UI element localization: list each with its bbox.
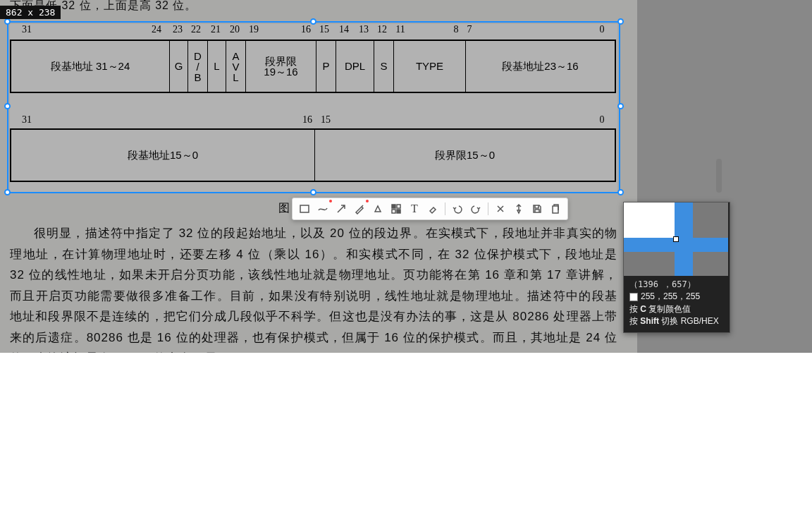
bit-row-bot: 31 16 15 0 [10,114,617,127]
magnifier-view [624,202,728,276]
h1k: C [640,304,646,314]
redo-button[interactable] [468,201,484,217]
bit-b31: 31 [22,114,32,126]
bit-7: 7 [467,24,472,35]
cell-base23-16: 段基地址23～16 [465,41,615,92]
bit-21: 21 [211,24,221,35]
hint-copy: 按 C 复制颜色值 [629,303,724,315]
body-paragraph: 很明显，描述符中指定了 32 位的段起始地址，以及 20 位的段边界。在实模式下… [10,223,617,353]
tool-mosaic[interactable] [388,201,404,217]
bit-24: 24 [152,24,161,35]
cell-dpl: DPL [336,41,374,92]
handle-ne[interactable] [617,18,624,25]
cell-avl-a: A [232,51,239,61]
handle-e[interactable] [617,103,624,109]
bit-23: 23 [173,24,183,35]
handle-se[interactable] [617,189,624,195]
descriptor-high-word: 段基地址 31～24 G D / B L A V L 段界限 [10,40,616,93]
handle-n[interactable] [310,18,316,25]
handle-nw[interactable] [4,18,11,25]
tool-text[interactable]: T [407,201,422,217]
cell-base15-0: 段基地址15～0 [11,130,314,181]
h2k: Shift [640,316,659,326]
screenshot-toolbar: T [292,198,568,220]
tool-eraser[interactable] [425,201,441,217]
cell-db-d: D [194,51,202,61]
cell-s: S [374,41,393,92]
handle-s[interactable] [310,189,316,195]
h2p: 按 [629,316,640,326]
selection-size-badge: 862 x 238 [0,6,61,19]
color-magnifier: （1396 ，657） 255，255，255 按 C 复制颜色值 按 Shif… [623,202,730,333]
svg-rect-5 [553,206,558,213]
cursor-coords: （1396 ，657） [629,279,724,291]
cell-type: TYPE [393,41,465,92]
bit-0: 0 [600,24,605,35]
toolbar-sep-1 [445,202,445,215]
svg-rect-1 [392,205,395,208]
magnifier-info: （1396 ，657） 255，255，255 按 C 复制颜色值 按 Shif… [624,276,730,332]
cell-p: P [316,41,336,92]
tool-pen[interactable] [352,201,367,217]
h1p: 按 [629,304,640,314]
cell-base31-24: 段基地址 31～24 [11,41,169,92]
toolbar-sep-2 [488,202,488,215]
bit-31: 31 [22,24,32,35]
svg-rect-4 [397,210,400,213]
bit-14: 14 [339,24,349,35]
bit-row-top: 31 24 23 22 21 20 19 16 15 14 13 12 11 8… [10,24,617,37]
bit-12: 12 [377,24,387,35]
undo-button[interactable] [450,201,465,217]
cell-db: D / B [187,41,207,92]
copy-button[interactable] [548,201,563,217]
tool-arrow[interactable] [333,201,349,217]
cell-lim-top: 段界限 [265,56,297,66]
pin-button[interactable] [511,201,527,217]
cell-avl: A V L [226,41,245,92]
descriptor-diagram: 31 24 23 22 21 20 19 16 15 14 13 12 11 8… [10,24,617,192]
cell-limit19-16: 段界限 19～16 [245,41,316,92]
white-bottom [0,353,812,508]
bit-16: 16 [301,24,311,35]
handle-w[interactable] [4,103,11,109]
bit-22: 22 [191,24,201,35]
bit-b0: 0 [600,114,605,126]
bit-11: 11 [395,24,405,35]
bit-8: 8 [454,24,459,35]
cell-db-slash: / [196,61,199,72]
rgb-value: 255，255，255 [641,291,700,301]
cell-db-b: B [194,72,201,83]
h2s: 切换 RGB/HEX [659,316,719,326]
color-swatch [629,293,638,301]
svg-rect-3 [392,210,395,213]
bit-b15: 15 [321,114,331,126]
tool-rectangle[interactable] [297,201,312,217]
save-button[interactable] [529,201,545,217]
bit-19: 19 [249,24,259,35]
bit-15: 15 [319,24,329,35]
paragraph-text: 很明显，描述符中指定了 32 位的段起始地址，以及 20 位的段边界。在实模式下… [10,223,617,353]
close-button[interactable] [493,201,508,217]
pixel-cursor [673,236,679,242]
scrollbar-thumb[interactable] [716,159,722,193]
h1s: 复制颜色值 [646,304,691,314]
tool-marker[interactable] [370,201,386,217]
svg-rect-2 [397,205,400,208]
cell-limit15-0: 段界限15～0 [314,130,615,181]
cell-g: G [169,41,187,92]
cell-avl-l: L [233,72,238,83]
document-page: 下面是低 32 位，上面是高 32 位。 31 24 23 22 21 20 1… [0,0,637,353]
descriptor-low-word: 段基地址15～0 段界限15～0 [10,128,616,182]
svg-rect-0 [300,205,309,212]
hint-toggle: 按 Shift 切换 RGB/HEX [629,315,724,327]
cell-lim-bot: 19～16 [264,66,297,77]
cell-l: L [207,41,226,92]
rgb-row: 255，255，255 [629,291,724,303]
tool-freehand[interactable] [315,201,331,217]
cell-avl-v: V [232,61,239,72]
bit-13: 13 [359,24,369,35]
bit-b16: 16 [302,114,312,126]
bit-20: 20 [230,24,240,35]
handle-sw[interactable] [4,189,11,195]
